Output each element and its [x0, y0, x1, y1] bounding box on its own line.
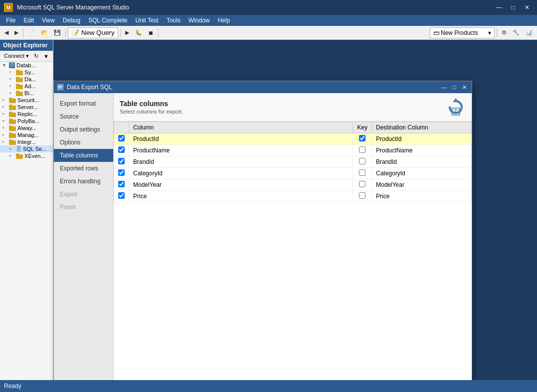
expand-icon: + — [9, 70, 16, 75]
oe-item-integr[interactable]: + Integr... — [0, 138, 53, 145]
folder-icon — [16, 84, 23, 89]
oe-bi-label: Bi... — [24, 90, 34, 96]
oe-item-databases[interactable]: ▼ Datab... — [0, 62, 53, 69]
menu-view[interactable]: View — [38, 15, 59, 26]
oe-item-manage[interactable]: + Manag... — [0, 131, 53, 138]
row-check-modelyear[interactable] — [118, 181, 125, 187]
col-header-dest: Destination Column — [372, 122, 472, 133]
row-key-price[interactable] — [359, 192, 365, 199]
toolbar-btn-2[interactable]: 🔧 — [510, 27, 522, 38]
table-row: ProductName ProductName — [114, 145, 472, 156]
oe-filter-btn[interactable]: ▼ — [41, 52, 51, 60]
row-check-brandid[interactable] — [118, 158, 125, 164]
toolbar-debug[interactable]: 🐛 — [133, 27, 145, 38]
row-key-modelyear[interactable] — [359, 181, 365, 187]
row-dest-categoryid: CategoryId — [372, 168, 472, 179]
oe-item-security[interactable]: + Securit... — [0, 97, 53, 104]
nav-source[interactable]: Source — [54, 110, 113, 123]
minimize-button[interactable]: — — [493, 2, 505, 12]
toolbar-sep-5 — [497, 28, 497, 37]
header-icon — [446, 97, 466, 117]
menu-file[interactable]: File — [2, 15, 19, 26]
dialog-close-btn[interactable]: ✕ — [460, 83, 469, 92]
menu-bar: File Edit View Debug SQL Complete Unit T… — [0, 15, 537, 26]
oe-security-label: Securit... — [17, 97, 39, 103]
dialog-title-bar: Data Export SQL — □ ✕ — [54, 81, 472, 93]
toolbar-forward[interactable]: ▶ — [12, 27, 21, 38]
new-query-button[interactable]: 📝 New Query — [68, 27, 118, 38]
nav-exported-rows[interactable]: Exported rows — [54, 162, 113, 175]
menu-window[interactable]: Window — [184, 15, 214, 26]
object-explorer: Object Explorer Connect ▾ ↻ ▼ ▼ Datab...… — [0, 40, 53, 380]
app-logo: M — [4, 3, 13, 12]
row-key-productid[interactable] — [359, 135, 365, 141]
nav-output-settings[interactable]: Output settings — [54, 123, 113, 136]
oe-xeven-label: XEven... — [24, 153, 45, 159]
oe-connect-btn[interactable]: Connect ▾ — [2, 52, 31, 60]
oe-item-server[interactable]: + Server... — [0, 104, 53, 111]
toolbar-btn-1[interactable]: ⚙ — [499, 27, 509, 38]
main-layout: Object Explorer Connect ▾ ↻ ▼ ▼ Datab...… — [0, 40, 537, 380]
oe-item-bi[interactable]: + Bi... — [0, 90, 53, 97]
dialog-minimize-btn[interactable]: — — [440, 83, 449, 92]
expand-icon: + — [2, 132, 9, 137]
folder-icon — [9, 119, 16, 124]
oe-item-always[interactable]: + Alway... — [0, 125, 53, 131]
table-row: ProductId ProductId — [114, 133, 472, 145]
folder-icon — [9, 139, 16, 145]
new-query-label: New Query — [81, 29, 115, 36]
row-dest-price: Price — [372, 191, 472, 202]
oe-sys-label: Sy... — [24, 69, 35, 75]
row-column-brandid: BrandId — [129, 156, 353, 168]
oe-item-xeven[interactable]: + XEven... — [0, 152, 53, 159]
oe-databases-label: Datab... — [16, 62, 36, 68]
oe-item-da[interactable]: + Da... — [0, 76, 53, 83]
maximize-button[interactable]: □ — [507, 2, 519, 12]
row-check-productname[interactable] — [118, 146, 125, 153]
dialog-nav: Export format Source Output settings Opt… — [54, 93, 114, 380]
expand-icon: + — [2, 112, 9, 117]
nav-errors-handling[interactable]: Errors handling — [54, 175, 113, 188]
close-button[interactable]: ✕ — [521, 2, 533, 12]
nav-finish: Finish — [54, 201, 113, 214]
row-column-productid: ProductId — [129, 133, 353, 145]
row-dest-brandid: BrandId — [372, 156, 472, 168]
expand-icon: + — [9, 91, 16, 96]
new-query-icon: 📝 — [71, 29, 80, 36]
nav-table-columns[interactable]: Table columns — [54, 149, 113, 162]
expand-icon: + — [2, 139, 9, 144]
row-key-categoryid[interactable] — [359, 169, 365, 176]
oe-item-sys[interactable]: + Sy... — [0, 69, 53, 76]
menu-unit-test[interactable]: Unit Test — [131, 15, 162, 26]
db-dropdown[interactable]: 🗃 New Products ▾ — [430, 27, 495, 38]
toolbar-execute[interactable]: ▶ — [123, 27, 132, 38]
nav-export-format[interactable]: Export format — [54, 97, 113, 110]
toolbar-back[interactable]: ◀ — [2, 27, 11, 38]
menu-edit[interactable]: Edit — [19, 15, 38, 26]
toolbar-new[interactable]: 📄 — [25, 27, 37, 38]
toolbar-open[interactable]: 📂 — [38, 27, 50, 38]
toolbar-cancel[interactable]: ⏹ — [146, 27, 156, 38]
toolbar-save[interactable]: 💾 — [51, 27, 63, 38]
oe-item-ad[interactable]: + Ad... — [0, 83, 53, 90]
nav-options[interactable]: Options — [54, 136, 113, 149]
menu-debug[interactable]: Debug — [59, 15, 84, 26]
oe-item-replic[interactable]: + Replic... — [0, 111, 53, 118]
menu-sql-complete[interactable]: SQL Complete — [84, 15, 131, 26]
oe-refresh-btn[interactable]: ↻ — [32, 52, 40, 60]
toolbar-btn-3[interactable]: 📊 — [523, 27, 535, 38]
row-check-categoryid[interactable] — [118, 169, 125, 176]
nav-export: Export — [54, 188, 113, 201]
toolbar-sep-4 — [158, 28, 159, 37]
dialog-maximize-btn[interactable]: □ — [450, 83, 459, 92]
row-key-productname[interactable] — [359, 146, 365, 153]
menu-help[interactable]: Help — [214, 15, 234, 26]
title-bar: M Microsoft SQL Server Management Studio… — [0, 0, 537, 15]
oe-item-polyba[interactable]: + PolyBa... — [0, 118, 53, 125]
row-check-price[interactable] — [118, 192, 125, 199]
row-column-productname: ProductName — [129, 145, 353, 156]
row-key-brandid[interactable] — [359, 158, 365, 164]
row-check-productid[interactable] — [118, 135, 125, 141]
menu-tools[interactable]: Tools — [163, 15, 184, 26]
oe-item-sqlse[interactable]: + 🗄 SQL Se... — [0, 145, 53, 152]
